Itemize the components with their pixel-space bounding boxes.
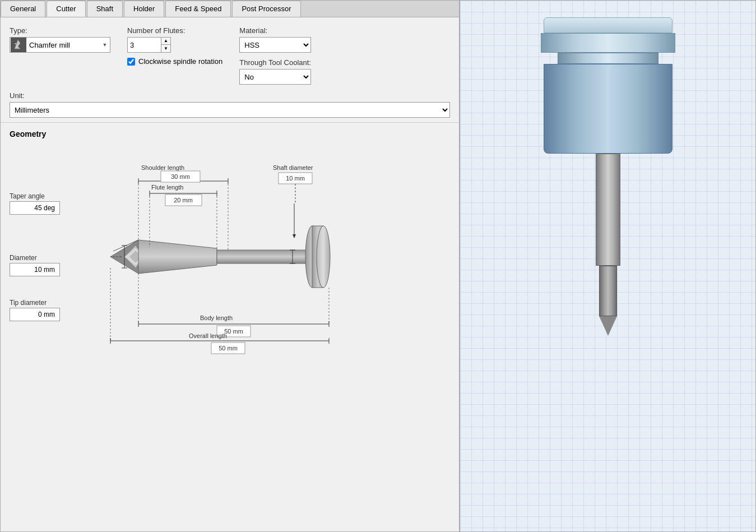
svg-text:50 mm: 50 mm (224, 328, 243, 335)
cutter-type-value: Chamfer mill (27, 41, 100, 49)
flutes-field-group: Number of Flutes: ▲ ▼ Clockwise spindle … (127, 26, 222, 66)
svg-text:Body length: Body length (200, 314, 233, 321)
unit-field-group: Unit: Millimeters (10, 91, 450, 118)
unit-label: Unit: (10, 91, 450, 100)
svg-text:Shoulder length: Shoulder length (141, 164, 184, 171)
clockwise-checkbox[interactable] (127, 58, 135, 66)
svg-marker-19 (293, 234, 296, 238)
svg-text:30 mm: 30 mm (171, 173, 190, 180)
cutter-icon (11, 38, 26, 52)
taper-angle-input[interactable] (10, 201, 60, 215)
form-area: Type: Chamfer mill ▼ Number of Flutes: (1, 17, 459, 123)
holder-neck (558, 53, 658, 64)
flutes-spinbox: ▲ ▼ (127, 37, 222, 53)
unit-select[interactable]: Millimeters (10, 102, 450, 118)
shaft-upper (596, 154, 620, 266)
diagram-area: Shoulder length 30 mm Shaft diameter 10 … (71, 147, 450, 396)
geometry-title: Geometry (10, 129, 450, 138)
holder-top-ring (544, 17, 672, 33)
tip-diameter-box: Tip diameter (10, 299, 60, 321)
taper-angle-box: Taper angle (10, 192, 60, 215)
geometry-diagram: Shoulder length 30 mm Shaft diameter 10 … (71, 147, 385, 394)
type-field-group: Type: Chamfer mill ▼ (10, 26, 110, 53)
svg-text:Shaft diameter: Shaft diameter (273, 164, 313, 171)
tool-3d-view (541, 17, 675, 336)
material-select[interactable]: HSS (239, 37, 311, 53)
svg-point-28 (317, 226, 330, 288)
tab-shaft[interactable]: Shaft (87, 1, 123, 17)
clockwise-label: Clockwise spindle rotation (138, 57, 222, 66)
left-panel: General Cutter Shaft Holder Feed & Speed… (0, 0, 460, 532)
svg-text:50 mm: 50 mm (219, 345, 238, 351)
svg-text:Overall length: Overall length (189, 332, 227, 339)
unit-row: Unit: Millimeters (10, 91, 450, 118)
flutes-spinbox-arrows: ▲ ▼ (161, 37, 171, 53)
form-row-1: Type: Chamfer mill ▼ Number of Flutes: (10, 26, 450, 85)
diameter-input[interactable] (10, 263, 60, 276)
tab-holder[interactable]: Holder (124, 1, 164, 17)
flutes-input[interactable] (127, 37, 161, 53)
taper-angle-label: Taper angle (10, 192, 45, 200)
svg-text:Flute length: Flute length (151, 184, 183, 191)
svg-rect-1 (15, 43, 18, 44)
coolant-select[interactable]: No (239, 69, 311, 85)
holder-body (544, 64, 672, 154)
tab-bar: General Cutter Shaft Holder Feed & Speed… (1, 1, 459, 17)
tab-general[interactable]: General (1, 1, 45, 17)
diameter-label: Diameter (10, 254, 37, 262)
flutes-spin-down[interactable]: ▼ (161, 45, 170, 52)
material-field-group: Material: HSS Through Tool Coolant: No (239, 26, 311, 85)
tip-diameter-input[interactable] (10, 308, 60, 321)
right-panel-3d (460, 0, 756, 532)
tip-diameter-label: Tip diameter (10, 299, 47, 307)
geometry-section: Geometry Taper angle Diameter Tip diamet… (1, 123, 459, 531)
material-label: Material: (239, 26, 311, 35)
shaft-lower (599, 266, 617, 316)
type-label: Type: (10, 26, 110, 35)
geometry-content: Taper angle Diameter Tip diameter (10, 147, 450, 396)
tab-feed-speed[interactable]: Feed & Speed (165, 1, 231, 17)
diameter-box: Diameter (10, 254, 60, 276)
coolant-label: Through Tool Coolant: (239, 58, 311, 67)
tab-cutter[interactable]: Cutter (47, 1, 85, 17)
cutter-dropdown-arrow-icon[interactable]: ▼ (100, 42, 110, 48)
tab-post-processor[interactable]: Post Processor (232, 1, 300, 17)
clockwise-row: Clockwise spindle rotation (127, 57, 222, 66)
cutter-type-select[interactable]: Chamfer mill ▼ (10, 37, 110, 53)
holder-flange-upper (541, 33, 675, 53)
svg-marker-24 (138, 240, 217, 274)
svg-text:10 mm: 10 mm (286, 175, 305, 182)
left-dimensions: Taper angle Diameter Tip diameter (10, 147, 60, 396)
flutes-spin-up[interactable]: ▲ (161, 38, 170, 45)
flutes-label: Number of Flutes: (127, 26, 222, 35)
shaft-tip (599, 316, 617, 336)
svg-text:20 mm: 20 mm (174, 197, 193, 203)
